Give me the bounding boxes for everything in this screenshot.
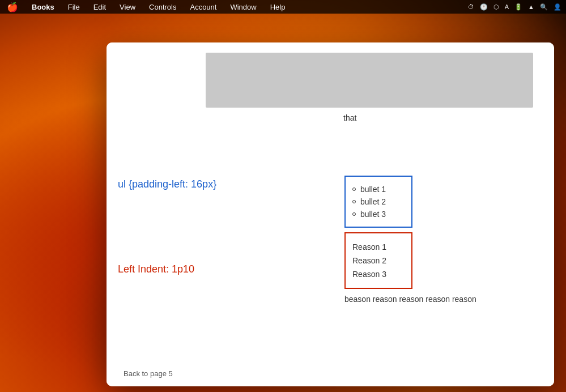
- keyboard-icon: A: [505, 3, 509, 10]
- bullet-circle-1: [352, 188, 356, 191]
- menubar: 🍎 Books File Edit View Controls Account …: [0, 0, 566, 14]
- menu-account[interactable]: Account: [188, 2, 219, 12]
- bluetooth-icon: ⬡: [493, 3, 499, 11]
- bullet-circle-2: [352, 200, 356, 203]
- window-content: that ul {padding-left: 16px} Left Indent…: [107, 42, 554, 386]
- user-icon: 👤: [554, 3, 561, 11]
- text-reason-long: beason reason reason reason reason: [344, 295, 476, 304]
- battery-icon: 🔋: [514, 3, 522, 11]
- menu-window[interactable]: Window: [228, 2, 258, 12]
- bullet-circle-3: [352, 212, 356, 216]
- clock-icon: 🕐: [480, 3, 488, 11]
- screentime-icon: ⏱: [468, 3, 474, 10]
- reason-item-1: Reason 1: [352, 242, 405, 252]
- text-that: that: [343, 113, 356, 122]
- bullet-item-3: bullet 3: [352, 210, 405, 219]
- back-link[interactable]: Back to page 5: [124, 369, 173, 378]
- bullet-item-1: bullet 1: [352, 185, 405, 194]
- bullet-label-1: bullet 1: [360, 185, 386, 194]
- menu-controls[interactable]: Controls: [147, 2, 178, 12]
- label-indent: Left Indent: 1p10: [118, 263, 194, 275]
- bullet-label-3: bullet 3: [360, 210, 386, 219]
- wifi-icon: ▲: [528, 3, 534, 10]
- menu-help[interactable]: Help: [268, 2, 288, 12]
- reason-item-2: Reason 2: [352, 256, 405, 265]
- menubar-right: ⏱ 🕐 ⬡ A 🔋 ▲ 🔍 👤: [468, 3, 561, 11]
- apple-menu[interactable]: 🍎: [5, 1, 20, 14]
- label-ul: ul {padding-left: 16px}: [118, 178, 216, 190]
- menubar-left: 🍎 Books File Edit View Controls Account …: [5, 1, 287, 14]
- menu-books[interactable]: Books: [29, 2, 57, 12]
- menu-edit[interactable]: Edit: [91, 2, 108, 12]
- bullet-list-box: bullet 1 bullet 2 bullet 3: [344, 176, 412, 228]
- bullet-item-2: bullet 2: [352, 197, 405, 206]
- menu-view[interactable]: View: [117, 2, 138, 12]
- search-icon[interactable]: 🔍: [540, 3, 548, 11]
- app-window: that ul {padding-left: 16px} Left Indent…: [107, 42, 554, 386]
- bullet-label-2: bullet 2: [360, 197, 386, 206]
- reason-item-3: Reason 3: [352, 270, 405, 279]
- reason-list-box: Reason 1 Reason 2 Reason 3: [344, 232, 412, 289]
- image-placeholder: [206, 53, 533, 108]
- menu-file[interactable]: File: [66, 2, 82, 12]
